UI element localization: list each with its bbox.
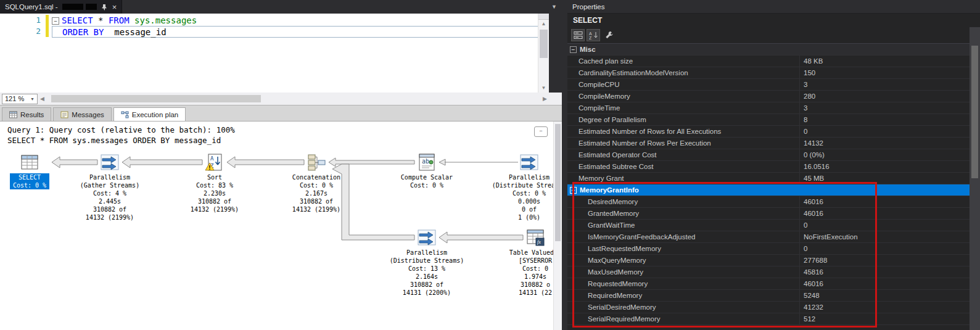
- code-line[interactable]: −SELECT * FROM sys.messages: [52, 15, 545, 26]
- property-row[interactable]: RequiredMemory5248: [567, 290, 970, 302]
- editor-vertical-scrollbar[interactable]: ▲ ▼: [538, 14, 549, 93]
- plan-node-label: 2.164s: [384, 273, 470, 281]
- code-line[interactable]: ORDER BY message_id: [52, 26, 545, 38]
- plan-node-label: 310882 of: [70, 205, 150, 213]
- code-token: [104, 27, 114, 37]
- plan-vertical-scrollbar[interactable]: [553, 122, 562, 330]
- document-tab[interactable]: SQLQuery1.sql - ×: [0, 0, 122, 14]
- code-editor[interactable]: 12 −SELECT * FROM sys.messagesORDER BY m…: [0, 14, 549, 93]
- scrollbar-thumb[interactable]: [51, 95, 261, 102]
- scrollbar-thumb[interactable]: [971, 46, 978, 178]
- tab-execution-plan[interactable]: Execution plan: [113, 107, 186, 121]
- property-row[interactable]: MaxQueryMemory277688: [567, 255, 970, 266]
- plan-node-label: 1 (0%): [489, 213, 562, 221]
- collapse-expander-icon[interactable]: −: [570, 187, 577, 194]
- property-value: 46016: [799, 278, 970, 289]
- editor-split-handle[interactable]: [538, 14, 549, 20]
- editor-zoom-select[interactable]: 121 % ▼: [2, 94, 38, 104]
- plan-node-parallelism-gather-streams[interactable]: Parallelism(Gather Streams)Cost: 4 %2.44…: [70, 152, 150, 221]
- change-tracking-bar: [46, 15, 49, 37]
- property-row[interactable]: CardinalityEstimationModelVersion150: [567, 67, 970, 79]
- pane-splitter[interactable]: [562, 0, 567, 330]
- editor-horizontal-scrollbar[interactable]: ◀ ▶: [38, 93, 562, 105]
- alphabetical-button[interactable]: AZ: [587, 29, 600, 41]
- scroll-up-icon[interactable]: ▲: [538, 20, 549, 28]
- property-value: [799, 44, 970, 55]
- svg-text:ab: ab: [422, 158, 429, 165]
- code-token: SELECT: [62, 15, 93, 25]
- property-name-cell: Estimated Number of Rows Per Execution: [567, 138, 799, 149]
- tab-list-chevron-icon[interactable]: ▼: [551, 4, 557, 10]
- property-row[interactable]: SerialDesiredMemory41232: [567, 302, 970, 313]
- property-name: CompileCPU: [579, 80, 619, 90]
- document-tab-title: SQLQuery1.sql -: [5, 3, 60, 10]
- property-row[interactable]: Cached plan size48 KB: [567, 56, 970, 67]
- tab-results[interactable]: Results: [2, 107, 51, 121]
- property-row[interactable]: CompileCPU3: [567, 79, 970, 91]
- property-row[interactable]: CompileTime3: [567, 102, 970, 114]
- property-row[interactable]: Estimated Operator Cost0 (0%): [567, 149, 970, 161]
- property-value: 41232: [799, 302, 970, 313]
- properties-scrollbar[interactable]: [970, 27, 980, 330]
- scrollbar-thumb[interactable]: [555, 124, 561, 241]
- property-value: 0 (0%): [799, 149, 970, 160]
- property-row[interactable]: Degree of Parallelism8: [567, 114, 970, 126]
- compute-scalar-icon: ab: [417, 152, 437, 172]
- categorized-button[interactable]: [571, 29, 585, 41]
- plan-node-select[interactable]: SELECTCost: 0 %: [10, 152, 49, 189]
- group-row-memorygrantinfo[interactable]: −MemoryGrantInfo: [567, 184, 970, 196]
- plan-node-label: Compute Scalar: [387, 173, 467, 181]
- results-grid-icon: [9, 111, 17, 118]
- property-row[interactable]: DesiredMemory46016: [567, 196, 970, 208]
- close-icon[interactable]: ×: [112, 3, 117, 11]
- zoom-value: 121 %: [5, 95, 24, 102]
- plan-node-label: [SYSERROR: [495, 257, 562, 265]
- property-row[interactable]: CompileMemory280: [567, 91, 970, 102]
- parallelism-icon: [417, 228, 437, 247]
- property-name-cell: CompileTime: [567, 102, 799, 113]
- property-row[interactable]: Estimated Number of Rows Per Execution14…: [567, 138, 970, 149]
- property-row[interactable]: GrantedMemory46016: [567, 208, 970, 220]
- property-name: Degree of Parallelism: [579, 115, 646, 125]
- editor-bottom-bar: 121 % ▼ ◀ ▶: [0, 93, 562, 105]
- query-editor-pane: SQLQuery1.sql - × ▼ 12 −SELECT * FROM sy…: [0, 0, 562, 330]
- property-name: CompileTime: [579, 103, 620, 113]
- property-name: MemoryGrantInfo: [580, 185, 639, 196]
- scroll-left-icon[interactable]: ◀: [40, 96, 44, 102]
- property-row[interactable]: Estimated Number of Rows for All Executi…: [567, 126, 970, 138]
- plan-node-compute-scalar[interactable]: abCompute ScalarCost: 0 %: [387, 152, 467, 189]
- svg-text:fx: fx: [537, 239, 541, 245]
- property-name-cell: IsMemoryGrantFeedbackAdjusted: [567, 231, 799, 242]
- property-row[interactable]: LastRequestedMemory0: [567, 243, 970, 255]
- fold-collapse-icon[interactable]: −: [52, 17, 59, 25]
- property-row[interactable]: GrantWaitTime0: [567, 220, 970, 231]
- line-number: 1: [0, 15, 41, 26]
- tab-messages[interactable]: Messages: [53, 107, 111, 121]
- property-name: GrantWaitTime: [588, 220, 635, 231]
- property-name: CardinalityEstimationModelVersion: [579, 68, 688, 78]
- line-number-gutter: 12: [0, 15, 41, 37]
- scroll-right-icon[interactable]: ▶: [543, 96, 547, 102]
- property-row[interactable]: Estimated Subtree Cost16.0516: [567, 161, 970, 173]
- property-row[interactable]: Memory Grant45 MB: [567, 173, 970, 184]
- category-row-misc[interactable]: −Misc: [567, 44, 970, 56]
- pin-icon[interactable]: [101, 4, 107, 10]
- plan-node-table-valued-function[interactable]: fxTable Valued F[SYSERRORCost: 01.974s31…: [495, 228, 562, 297]
- property-name-cell: Memory Grant: [567, 173, 799, 184]
- property-row[interactable]: MaxUsedMemory45816: [567, 266, 970, 278]
- plan-node-label: 310882 of: [175, 197, 255, 205]
- property-row[interactable]: IsMemoryGrantFeedbackAdjustedNoFirstExec…: [567, 231, 970, 243]
- scroll-down-icon[interactable]: ▼: [538, 84, 549, 93]
- property-name-cell: DesiredMemory: [567, 196, 799, 207]
- plan-node-parallelism-distribute-streams-top[interactable]: Parallelism(Distribute Streams)Cost: 0 %…: [489, 152, 562, 221]
- scrollbar-thumb[interactable]: [540, 30, 548, 58]
- property-row[interactable]: SerialRequiredMemory512: [567, 313, 970, 325]
- property-value: 0: [799, 243, 970, 254]
- property-row[interactable]: RequestedMemory46016: [567, 278, 970, 290]
- plan-node-label: 2.445s: [70, 197, 150, 205]
- plan-node-concatenation[interactable]: ConcatenationCost: 0 %2.167s310882 of141…: [276, 152, 356, 213]
- plan-node-parallelism-distribute-streams-bottom[interactable]: Parallelism(Distribute Streams)Cost: 13 …: [384, 228, 470, 297]
- property-pages-button[interactable]: [602, 29, 616, 41]
- plan-node-sort[interactable]: AZSortCost: 83 %2.230s310882 of14132 (21…: [175, 152, 255, 213]
- collapse-expander-icon[interactable]: −: [570, 46, 577, 53]
